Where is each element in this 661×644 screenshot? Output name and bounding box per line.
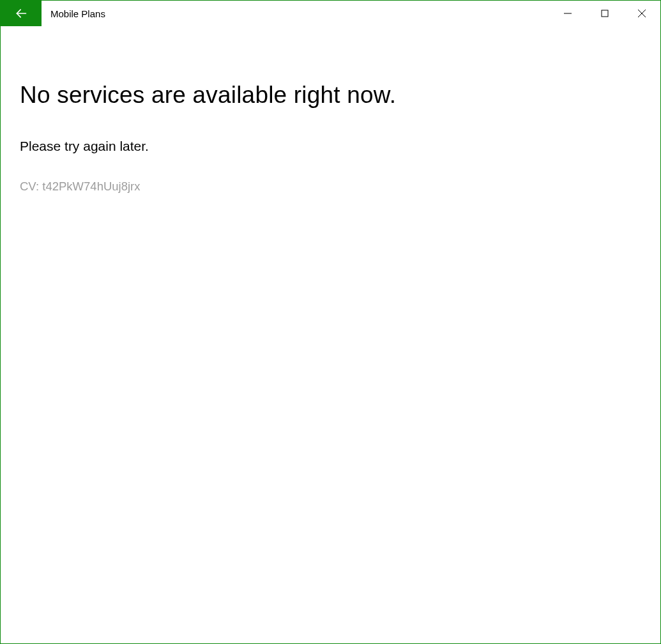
titlebar-spacer [105,1,549,26]
minimize-icon [564,10,572,17]
sub-text: Please try again later. [20,139,641,154]
svg-rect-2 [602,10,608,17]
close-button[interactable] [623,1,660,26]
titlebar: Mobile Plans [1,1,660,26]
maximize-icon [601,10,609,17]
window-title: Mobile Plans [42,1,105,26]
close-icon [638,10,646,17]
back-button[interactable] [1,1,42,26]
caption-buttons [549,1,660,26]
window: Mobile Plans No services are avail [0,0,661,644]
cv-text: CV: t42PkW74hUuj8jrx [20,180,641,194]
content-area: No services are available right now. Ple… [1,26,660,643]
main-heading: No services are available right now. [20,80,641,111]
arrow-left-icon [15,7,27,20]
maximize-button[interactable] [586,1,623,26]
minimize-button[interactable] [549,1,586,26]
